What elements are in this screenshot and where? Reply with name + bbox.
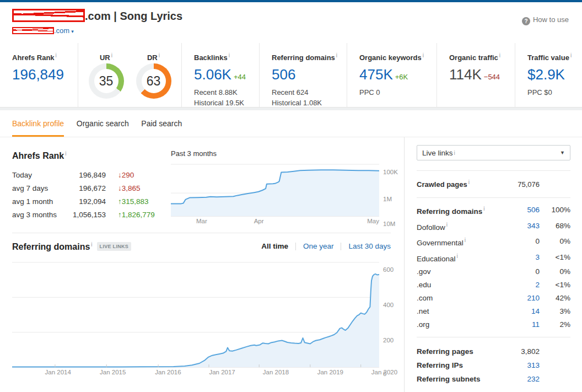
- tab-organic-search[interactable]: Organic search: [77, 110, 129, 137]
- total-value[interactable]: 232: [504, 372, 540, 386]
- ur-donut-gauge: 35: [89, 63, 124, 99]
- info-icon[interactable]: i: [91, 241, 92, 248]
- info-icon[interactable]: i: [499, 52, 500, 58]
- backlinks-historical: Historical 19.5K: [194, 98, 259, 108]
- info-icon[interactable]: i: [56, 52, 57, 58]
- tab-backlink-profile[interactable]: Backlink profile: [12, 110, 64, 137]
- page-title: .com | Song Lyrics: [12, 9, 570, 23]
- ahrefs-rank-section: Ahrefs Ranki Today 196,849 ↓290 avg 7 da…: [0, 137, 404, 225]
- stat-label: .com: [417, 292, 504, 305]
- filter-separator: [295, 243, 296, 250]
- refdomains-label: Referring domains: [272, 53, 335, 62]
- dr-label: DR: [147, 53, 158, 62]
- rank-row-delta: ↓3,865: [118, 182, 141, 195]
- stat-value[interactable]: 14: [504, 305, 540, 318]
- how-to-use-link[interactable]: ?How to use: [522, 15, 569, 25]
- refdomains-recent: Recent 624: [272, 87, 347, 98]
- info-icon[interactable]: i: [454, 150, 455, 156]
- info-icon[interactable]: i: [65, 151, 66, 157]
- stat-label: .net: [417, 305, 504, 318]
- keywords-delta: +6K: [395, 73, 408, 81]
- info-icon[interactable]: i: [468, 179, 470, 185]
- metric-ahrefs-rank: Ahrefs Ranki 196,849: [0, 43, 78, 107]
- rank-trend-chart: Past 3 months 100K1M10M MarAprMay: [171, 149, 391, 225]
- info-icon[interactable]: i: [483, 206, 484, 212]
- domains-chart-plot: [12, 259, 379, 367]
- info-icon[interactable]: i: [159, 52, 160, 58]
- target-domain-link[interactable]: .com▾: [12, 26, 570, 35]
- axis-tick-label: Apr: [254, 218, 264, 224]
- domain-text: .com: [54, 26, 69, 35]
- crawled-pages-value: 75,076: [504, 180, 540, 189]
- backlinks-label: Backlinks: [194, 53, 228, 62]
- rank-row-delta: ↑315,883: [118, 195, 149, 208]
- stat-value[interactable]: 2: [504, 278, 540, 292]
- traffic-value-value: $2.9K: [527, 66, 582, 83]
- rank-row-delta: ↑1,826,779: [118, 208, 155, 222]
- keywords-ppc: PPC 0: [359, 87, 436, 98]
- referring-domains-header: Referring domainsi LIVE LINKS All time O…: [0, 233, 404, 259]
- rank-row-label: avg 1 month: [12, 195, 64, 208]
- stat-value[interactable]: 343: [504, 219, 540, 233]
- filter-one-year[interactable]: One year: [303, 242, 334, 250]
- crawled-pages-row: Crawled pagesi 75,076: [417, 171, 570, 197]
- stat-value[interactable]: 210: [504, 292, 540, 305]
- info-icon[interactable]: i: [229, 52, 230, 58]
- table-row: avg 3 months 1,056,153 ↑1,826,779: [12, 208, 171, 222]
- info-icon[interactable]: i: [111, 52, 112, 58]
- stat-label: .gov: [417, 265, 504, 278]
- traffic-label: Organic traffic: [449, 53, 498, 62]
- metric-referring-domains: Referring domainsi 506 Recent 624 Histor…: [260, 43, 347, 107]
- filter-last-30-days[interactable]: Last 30 days: [348, 242, 391, 250]
- stat-value[interactable]: 506: [504, 203, 540, 217]
- rank-row-label: avg 7 days: [12, 182, 64, 195]
- page-title-text: .com | Song Lyrics: [85, 10, 182, 22]
- axis-tick-label: 100K: [383, 169, 398, 175]
- info-icon[interactable]: i: [336, 52, 337, 58]
- stat-percent: 3%: [540, 305, 570, 318]
- stat-label: Dofollow: [417, 223, 445, 231]
- rank-row-delta: ↓290: [118, 169, 134, 182]
- axis-tick-label: Jan 2015: [100, 369, 126, 375]
- stat-percent: <1%: [540, 251, 570, 264]
- chevron-down-icon: ▾: [71, 29, 74, 34]
- info-icon[interactable]: i: [423, 52, 424, 58]
- refdomains-value[interactable]: 506: [272, 66, 347, 83]
- traffic-value: 114K: [449, 66, 482, 83]
- backlinks-value[interactable]: 5.06K: [194, 66, 231, 83]
- stat-percent: 100%: [540, 203, 570, 217]
- info-icon[interactable]: i: [570, 52, 572, 58]
- table-row: Referring pages 3,802: [417, 345, 570, 358]
- domains-chart-y-axis: 6004002000: [379, 259, 396, 376]
- ahrefs-rank-label: Ahrefs Rank: [12, 53, 55, 62]
- keywords-value[interactable]: 475K: [359, 66, 393, 83]
- axis-tick-label: 200: [383, 337, 394, 343]
- referring-domains-chart: 6004002000 Jan 2014Jan 2015Jan 2016Jan 2…: [12, 259, 404, 376]
- total-value[interactable]: 313: [504, 358, 540, 372]
- filter-all-time[interactable]: All time: [261, 242, 288, 250]
- info-icon[interactable]: i: [465, 237, 466, 243]
- axis-tick-label: Jan 2018: [263, 369, 289, 375]
- axis-tick-label: Jan 2019: [317, 369, 343, 375]
- metrics-bar: Ahrefs Ranki 196,849 URi 35 DRi 63 Backl…: [0, 43, 582, 108]
- stat-value[interactable]: 11: [504, 318, 540, 331]
- stats-sidebar: Live linksi ▼ Crawled pagesi 75,076 Refe…: [404, 137, 582, 392]
- info-icon[interactable]: i: [446, 222, 448, 228]
- tab-paid-search[interactable]: Paid search: [141, 110, 182, 137]
- axis-tick-label: May: [367, 218, 379, 224]
- table-row: Referring subnets 232: [417, 372, 570, 386]
- info-icon[interactable]: i: [457, 253, 458, 259]
- filter-separator: [341, 243, 341, 250]
- total-value: 3,802: [504, 345, 540, 358]
- axis-tick-label: Jan 2020: [371, 369, 397, 375]
- table-row: .net 14 3%: [417, 305, 570, 318]
- stat-percent: 0%: [540, 265, 570, 278]
- stat-value[interactable]: 3: [504, 251, 540, 264]
- axis-tick-label: Jan 2014: [45, 369, 71, 375]
- dr-donut-block: DRi 63: [136, 52, 171, 107]
- stat-label: Governmental: [417, 239, 464, 247]
- stat-percent: 0%: [540, 235, 570, 248]
- live-links-dropdown[interactable]: Live linksi ▼: [417, 145, 570, 160]
- metric-organic-keywords: Organic keywordsi 475K+6K PPC 0: [347, 43, 437, 107]
- axis-tick-label: Mar: [196, 218, 207, 224]
